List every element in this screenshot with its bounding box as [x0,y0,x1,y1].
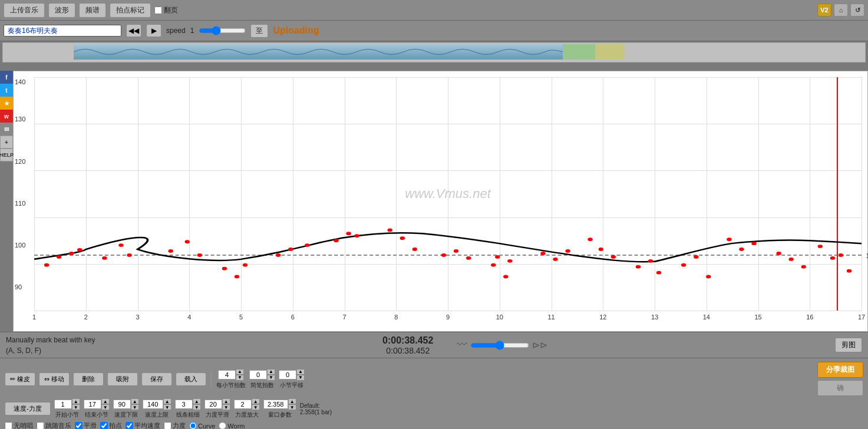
time-display1: 0:00:38.452 [382,335,433,346]
cb-beat[interactable] [100,422,108,429]
x-label-15: 15 [754,314,761,321]
help-icon[interactable]: HELP [0,148,13,161]
force-scale-input[interactable] [234,400,252,409]
cb-no-whistle-wrap[interactable]: 无哨唱 [5,421,33,429]
waveform-blue [74,44,563,60]
help-line2: (A, S, D, F) [6,345,95,356]
bar-shift-down[interactable]: ▼ [296,375,305,381]
speed-max-down[interactable]: ▼ [163,404,171,410]
confirm-btn[interactable]: 确 [817,380,863,396]
refresh-icon[interactable]: ↺ [850,4,864,16]
line-width-down[interactable]: ▼ [193,404,201,410]
svg-point-11 [235,275,239,279]
upload-btn[interactable]: 上传音乐 [4,3,45,18]
speed-max-input[interactable] [143,400,163,409]
force-smooth-up[interactable]: ▲ [222,398,230,404]
load-btn[interactable]: 载入 [176,372,206,386]
twitter-icon[interactable]: t [0,84,13,97]
y-axis: 140 130 120 110 100 90 [14,77,34,311]
start-bar-input[interactable] [54,400,72,409]
delete-btn[interactable]: 删除 [73,372,104,386]
radio-worm[interactable] [219,422,226,429]
cb-smooth-wrap[interactable]: 平滑 [75,421,97,429]
svg-point-18 [354,234,359,237]
play-btn[interactable]: ▶ [146,24,161,37]
erase-btn[interactable]: ✏ 橡皮 [5,372,35,386]
end-bar-input[interactable] [84,400,101,409]
start-bar-up[interactable]: ▲ [72,398,80,404]
end-bar-down[interactable]: ▼ [101,404,110,410]
mark-btn[interactable]: 拍点标记 [110,3,151,18]
speed-min-up[interactable]: ▲ [131,398,139,404]
mail-icon[interactable]: ✉ [0,123,13,136]
force-smooth-down[interactable]: ▼ [222,404,230,410]
cb-avg-speed-wrap[interactable]: 平均速度 [126,421,160,429]
cb-beat-wrap[interactable]: 拍点 [100,421,122,429]
x-label-7: 7 [342,314,346,321]
line-width-input[interactable] [175,400,193,409]
speed-force-btn[interactable]: 速度-力度 [5,402,51,415]
weibo-icon[interactable]: w [0,110,13,123]
svg-point-49 [839,253,843,257]
prev-btn[interactable]: ◀◀ [126,24,141,37]
facebook-icon[interactable]: f [0,71,13,84]
cb-follow-music-label: 跳随音乐 [45,421,71,429]
plus-icon[interactable]: + [0,136,13,148]
bar-shift-input[interactable] [279,370,296,380]
cb-avg-speed[interactable] [126,422,133,429]
x-label-13: 13 [651,314,658,321]
cb-force[interactable] [164,422,171,429]
page-checkbox[interactable] [154,6,162,14]
start-bar-down[interactable]: ▼ [72,404,80,410]
beats-per-bar-input[interactable] [218,370,236,380]
cb-smooth[interactable] [75,422,82,429]
frequency-btn[interactable]: 频谱 [79,3,106,18]
speed-slider[interactable] [199,26,246,35]
end-bar-up[interactable]: ▲ [101,398,110,404]
split-season-btn[interactable]: 分季裁图 [817,362,863,378]
beats-per-bar-up[interactable]: ▲ [236,369,244,375]
radio-curve[interactable] [189,422,197,429]
svg-point-45 [788,258,793,261]
cb-no-whistle[interactable] [5,422,12,429]
beats-per-bar-down[interactable]: ▼ [236,375,244,381]
cb-force-wrap[interactable]: 力度 [164,421,186,429]
x-label-12: 12 [599,314,606,321]
quantization-up[interactable]: ▲ [267,369,275,375]
bar-shift-up[interactable]: ▲ [296,369,305,375]
move-btn[interactable]: ⇔ 移动 [39,372,70,386]
cb-smooth-label: 平滑 [84,421,97,429]
save-btn[interactable]: 保存 [141,372,172,386]
force-smooth-input[interactable] [204,400,222,409]
audio-volume-slider[interactable] [470,341,529,350]
svg-point-17 [346,232,351,235]
chart-inner: www.Vmus.net 102.0 [34,77,862,311]
cb-follow-music-wrap[interactable]: 跳随音乐 [37,421,71,429]
radio-worm-wrap[interactable]: Worm [219,422,245,429]
radio-curve-wrap[interactable]: Curve [189,422,215,429]
song-name-input[interactable] [4,25,121,37]
waveform-btn[interactable]: 波形 [48,3,75,18]
svg-point-24 [466,256,471,260]
star-icon[interactable]: ★ [0,97,13,110]
window-param-down[interactable]: ▼ [288,404,296,410]
force-scale-down[interactable]: ▼ [252,404,260,410]
force-scale-up[interactable]: ▲ [252,398,260,404]
speed-min-label: 速度下限 [114,411,138,419]
home-icon[interactable]: ⌂ [834,4,848,16]
quantization-down[interactable]: ▼ [267,375,275,381]
quantization-input[interactable] [249,370,267,380]
cb-follow-music[interactable] [37,422,44,429]
window-param-input[interactable] [263,400,288,409]
line-width-up[interactable]: ▲ [193,398,201,404]
cut-image-btn[interactable]: 剪图 [835,338,862,352]
force-smooth-group: ▲ ▼ 力度平滑 [204,398,230,419]
speed-min-down[interactable]: ▼ [131,404,139,410]
speed-max-up[interactable]: ▲ [163,398,171,404]
window-param-up[interactable]: ▲ [288,398,296,404]
absorb-btn[interactable]: 吸附 [107,372,138,386]
speed-min-input[interactable] [113,400,131,409]
svg-point-14 [288,248,293,251]
y-label-110: 110 [15,200,25,207]
v2-icon[interactable]: V2 [817,4,831,16]
